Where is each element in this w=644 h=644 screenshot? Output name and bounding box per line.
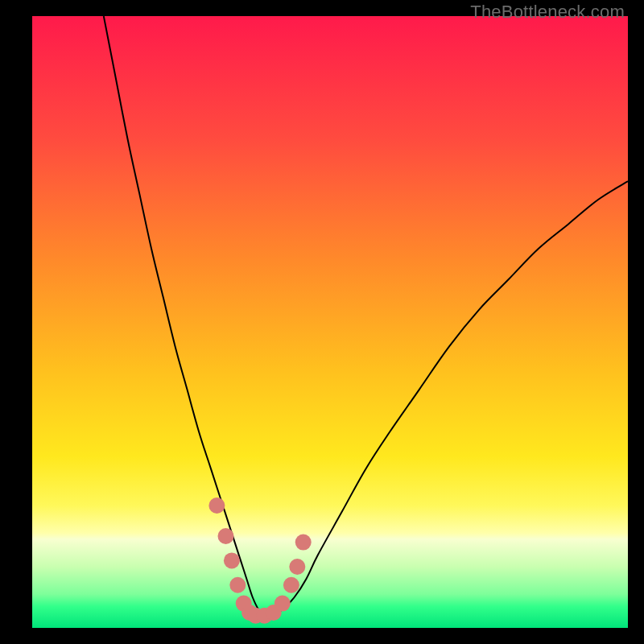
highlight-marker bbox=[224, 552, 240, 568]
chart-svg bbox=[32, 16, 628, 628]
highlight-marker bbox=[218, 528, 234, 544]
highlight-marker bbox=[283, 577, 299, 593]
highlight-marker bbox=[208, 497, 225, 514]
highlight-marker bbox=[295, 535, 312, 551]
highlight-marker bbox=[275, 596, 291, 612]
chart-frame: TheBottleneck.com bbox=[0, 0, 644, 644]
highlight-marker bbox=[289, 559, 305, 575]
highlight-marker bbox=[229, 577, 246, 593]
plot-area bbox=[32, 16, 628, 628]
watermark-label: TheBottleneck.com bbox=[470, 2, 625, 23]
